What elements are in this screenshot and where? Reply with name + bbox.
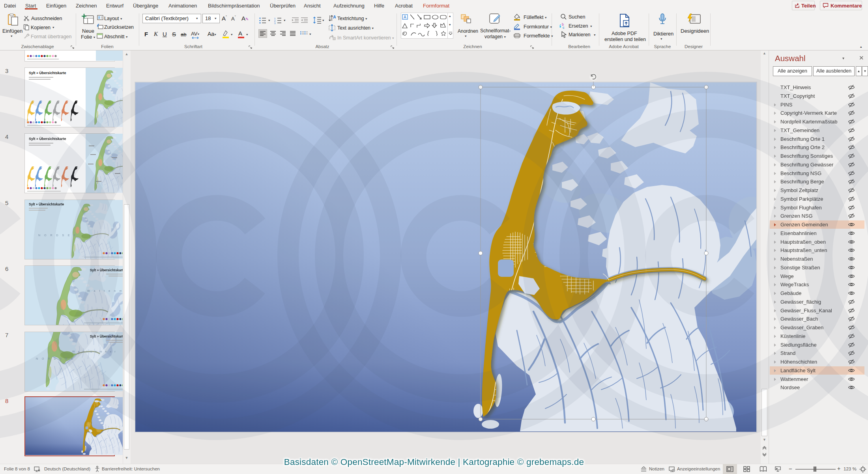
svg-text:Sylt » Übersichtskarte: Sylt » Übersichtskarte <box>29 71 66 75</box>
svg-text:Sylt » Übersichtskarte: Sylt » Übersichtskarte <box>29 137 66 141</box>
svg-text:N O R D S E E: N O R D S E E <box>36 357 75 360</box>
svg-text:c: c <box>563 26 565 30</box>
svg-text:Sylt » Übersichtskarte: Sylt » Übersichtskarte <box>90 268 125 272</box>
svg-text:A: A <box>333 15 336 19</box>
svg-text:Sylt » Übersichtskarte: Sylt » Übersichtskarte <box>29 202 64 206</box>
svg-text:3: 3 <box>274 22 276 24</box>
svg-text:W a t t e n m e e r: W a t t e n m e e r <box>72 350 117 353</box>
svg-text:Sylt » Übersichtskarte: Sylt » Übersichtskarte <box>90 334 125 338</box>
svg-text:A: A <box>404 15 406 19</box>
svg-text:N O R D S E E: N O R D S E E <box>38 234 77 237</box>
